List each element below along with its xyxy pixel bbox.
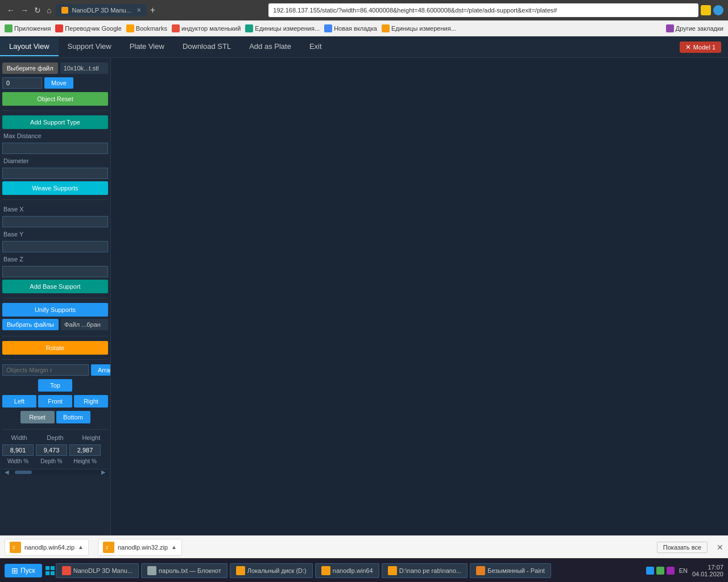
browser-tab[interactable]: NanoDLP 3D Manu... ×: [56, 4, 146, 16]
bookmark-units1-label: Единицы измерения...: [255, 25, 320, 32]
start-label: Пуск: [20, 567, 35, 575]
depth-input[interactable]: [36, 444, 67, 456]
bookmark-apps[interactable]: Приложения: [5, 24, 51, 32]
move-button[interactable]: Move: [44, 77, 73, 89]
tab-title: NanoDLP 3D Manu...: [72, 7, 131, 14]
taskbar-item-paint-label: Безымянный - Paint: [487, 567, 545, 574]
back-button[interactable]: ←: [5, 5, 17, 16]
user-icon[interactable]: [713, 5, 723, 15]
choose-file-button[interactable]: Выберите файл: [2, 63, 58, 74]
start-button[interactable]: ⊞ Пуск: [5, 564, 42, 577]
win64-icon: [321, 566, 330, 575]
new-tab-button[interactable]: +: [150, 5, 155, 15]
taskbar: ⊞ Пуск NanoDLP 3D Manu... пароль.txt — Б…: [0, 558, 728, 582]
bookmark-bookmarks[interactable]: Bookmarks: [126, 24, 167, 32]
taskbar-item-paint[interactable]: Безымянный - Paint: [470, 563, 551, 578]
windows-logo-icon: ⊞: [11, 566, 18, 575]
max-distance-input[interactable]: [2, 143, 108, 154]
units1-icon: [245, 24, 253, 32]
reload-button[interactable]: ↻: [32, 5, 43, 16]
arrange-button[interactable]: Arrange: [91, 364, 111, 376]
bookmark-other[interactable]: Другие закладки: [666, 24, 723, 32]
bookmark-star-icon[interactable]: [701, 5, 711, 15]
tab-add-as-plate[interactable]: Add as Plate: [240, 38, 300, 56]
scroll-right-arrow[interactable]: ▶: [101, 469, 106, 475]
move-input[interactable]: [2, 77, 42, 89]
download-chevron-1[interactable]: ▲: [78, 544, 84, 550]
home-button[interactable]: ⌂: [44, 5, 53, 16]
bookmark-units2[interactable]: Единицы измерения...: [382, 24, 456, 32]
unify-supports-button[interactable]: Unify Supports: [2, 303, 108, 317]
model-badge: ✕ Model 1: [680, 41, 721, 53]
diameter-input[interactable]: [2, 168, 108, 179]
svg-rect-5: [51, 566, 55, 570]
download-label-1: nanodlp.win64.zip: [24, 544, 75, 551]
add-support-type-button[interactable]: Add Support Type: [2, 115, 108, 129]
nanodlp-icon: [62, 566, 71, 575]
tab-support-view-label: Support View: [68, 42, 111, 51]
tray-icon-3[interactable]: [667, 567, 675, 575]
scrollbar-thumb[interactable]: [15, 471, 32, 474]
view-front-button[interactable]: Front: [38, 395, 72, 408]
close-tab-button[interactable]: ×: [137, 6, 141, 14]
choose-files-button[interactable]: Выбрать файлы: [2, 319, 59, 330]
show-all-downloads-button[interactable]: Показать все: [657, 542, 708, 553]
browser-toolbar: ← → ↻ ⌂ NanoDLP 3D Manu... × +: [0, 0, 728, 20]
file-row: Выберите файл 10x10k...t.stl: [2, 63, 108, 74]
base-y-label: Base Y: [2, 230, 108, 239]
model-x-icon[interactable]: ✕: [685, 43, 691, 51]
bookmark-units1[interactable]: Единицы измерения...: [245, 24, 320, 32]
bookmark-translate[interactable]: Переводчик Google: [55, 24, 122, 32]
object-reset-button[interactable]: Object Reset: [2, 92, 108, 106]
time-display: 17:07: [692, 564, 723, 571]
base-z-input[interactable]: [2, 266, 108, 277]
taskbar-item-notepad[interactable]: пароль.txt — Блокнот: [141, 563, 228, 578]
weave-supports-button[interactable]: Weave Supports: [2, 181, 108, 195]
download-item-1[interactable]: Z nanodlp.win64.zip ▲: [5, 539, 89, 556]
tab-download-stl[interactable]: Download STL: [173, 38, 240, 56]
bookmark-google[interactable]: Новая вкладка: [324, 24, 377, 32]
taskbar-item-rab[interactable]: D:\nano pe rab\nano...: [382, 563, 468, 578]
width-input[interactable]: [2, 444, 34, 456]
view-top-row: Top: [2, 379, 108, 392]
tab-support-view[interactable]: Support View: [59, 38, 121, 56]
base-x-label: Base X: [2, 205, 108, 214]
base-x-input[interactable]: [2, 216, 108, 227]
bookmark-inductor[interactable]: индуктор маленький: [172, 24, 241, 32]
tray-icon-1[interactable]: [646, 567, 654, 575]
tab-exit[interactable]: Exit: [300, 38, 331, 56]
tab-plate-view[interactable]: Plate View: [121, 38, 173, 56]
close-download-bar-button[interactable]: ✕: [717, 543, 723, 552]
taskbar-left: ⊞ Пуск: [5, 563, 56, 579]
view-reset-button[interactable]: Reset: [20, 411, 55, 423]
inductor-icon: [172, 24, 180, 32]
tray-icon-2[interactable]: [656, 567, 664, 575]
height-input[interactable]: [69, 444, 101, 456]
svg-text:Z: Z: [106, 546, 109, 550]
forward-button[interactable]: →: [18, 5, 31, 16]
objects-margin-input[interactable]: [2, 364, 89, 376]
taskbar-item-disk[interactable]: Локальный диск (D:): [230, 563, 313, 578]
view-top-button[interactable]: Top: [38, 379, 72, 392]
base-y-input[interactable]: [2, 241, 108, 252]
download-item-2[interactable]: Z nanodlp.win32.zip ▲: [98, 539, 182, 556]
taskbar-windows-icon[interactable]: [44, 563, 56, 579]
taskbar-item-nanodlp[interactable]: NanoDLP 3D Manu...: [56, 563, 139, 578]
tab-layout-view[interactable]: Layout View: [0, 38, 59, 56]
scroll-left-arrow[interactable]: ◀: [5, 469, 9, 475]
canvas-area[interactable]: [111, 58, 728, 535]
rotate-button[interactable]: Rotate: [2, 341, 108, 355]
translate-icon: [55, 24, 63, 32]
taskbar-lang: EN: [679, 567, 688, 574]
address-bar[interactable]: [268, 3, 698, 17]
view-right-button[interactable]: Right: [74, 395, 108, 408]
base-z-label: Base Z: [2, 255, 108, 264]
view-bottom-button[interactable]: Bottom: [56, 411, 90, 423]
view-left-button[interactable]: Left: [2, 395, 36, 408]
google-icon: [324, 24, 332, 32]
scrollbar-horizontal[interactable]: ◀ ▶: [2, 469, 108, 475]
rab-icon: [388, 566, 397, 575]
download-chevron-2[interactable]: ▲: [171, 544, 177, 550]
add-base-support-button[interactable]: Add Base Support: [2, 280, 108, 293]
taskbar-item-win64[interactable]: nanodlp.win64: [315, 563, 379, 578]
